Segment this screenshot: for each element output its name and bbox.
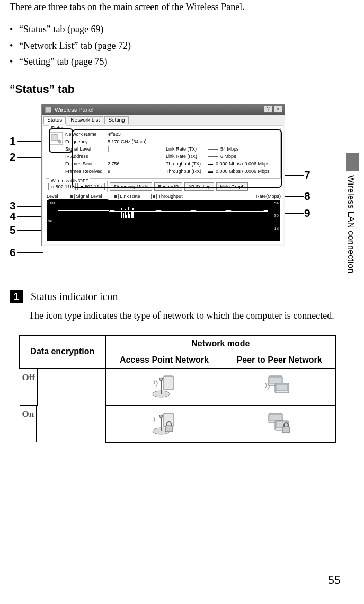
graph-xaxis: [58, 237, 268, 241]
callout-box-9: [230, 200, 265, 211]
network-mode-table: Data encryption Network mode Access Poin…: [19, 335, 336, 443]
step-1-block: 1 Status indicator icon The icon type in…: [10, 290, 336, 322]
callout-7-line: [285, 175, 304, 176]
icon-ap-on: [105, 405, 223, 442]
yright-36: 36: [274, 213, 279, 218]
checkbox-signal-level[interactable]: Signal Level: [69, 194, 102, 199]
rate-axis-label: Rate(Mbps): [256, 194, 281, 199]
callout-7: 7: [304, 169, 310, 181]
tab-setting[interactable]: Setting: [104, 116, 128, 124]
section-heading-status-tab: “Status” tab: [10, 83, 336, 95]
checkbox-link-rate[interactable]: Link Rate: [113, 194, 140, 199]
callout-box-8: [195, 200, 227, 211]
callout-6: 6: [10, 246, 16, 259]
callout-9: 9: [304, 207, 310, 220]
yright-18: 18: [274, 226, 279, 231]
icon-ap-off: [105, 368, 223, 405]
window-title: Wireless Panel: [55, 107, 93, 113]
svg-rect-20: [282, 427, 290, 433]
svg-rect-15: [165, 426, 173, 432]
intro-text: There are three tabs on the main screen …: [10, 0, 336, 14]
checkbox-throughput[interactable]: Throughput: [151, 194, 183, 199]
bullet-setting: “Setting” tab (page 75): [10, 54, 336, 70]
col-network-mode: Network mode: [105, 335, 335, 352]
yleft-50: 50: [48, 218, 52, 223]
bullet-status: “Status” tab (page 69): [10, 21, 336, 38]
col-data-encryption: Data encryption: [20, 335, 106, 368]
side-thumb-label: Wireless LAN connection: [346, 171, 356, 274]
svg-rect-3: [163, 376, 174, 390]
bullet-network-list: “Network List” tab (page 72): [10, 38, 336, 54]
tab-network-list[interactable]: Network List: [67, 116, 103, 124]
icon-p2p-on: [223, 405, 336, 442]
callout-1: 1: [10, 135, 16, 147]
help-button[interactable]: ?: [264, 106, 272, 113]
callout-8-line: [285, 196, 304, 197]
status-tab-figure: 1 2 3 4 5 6 7 8 9 Wireless Panel ? × Sta…: [10, 101, 327, 270]
side-thumb-mark: [346, 153, 359, 171]
step-1-title: Status indicator icon: [31, 290, 118, 303]
callout-6-line: [17, 252, 43, 253]
panel-tabs: Status Network List Setting: [42, 115, 285, 124]
step-1-text: The icon type indicates the type of netw…: [29, 309, 336, 322]
callout-2: 2: [10, 151, 16, 163]
row-on: On: [20, 405, 37, 442]
callout-1-line: [17, 141, 43, 142]
col-peer-to-peer: Peer to Peer Network: [223, 352, 336, 368]
callout-box-2-7: [72, 129, 282, 188]
svg-rect-10: [276, 384, 288, 391]
svg-rect-8: [270, 377, 281, 383]
row-off: Off: [20, 369, 38, 406]
callout-4: 4: [10, 210, 16, 223]
callout-3-line: [17, 206, 43, 207]
callout-box-4: [113, 200, 157, 211]
side-thumb-tab: Wireless LAN connection: [346, 153, 359, 294]
callout-9-line: [285, 213, 304, 214]
tab-status[interactable]: Status: [43, 116, 66, 124]
yright-54: 54: [274, 200, 279, 205]
titlebar[interactable]: Wireless Panel ? ×: [42, 104, 285, 115]
callout-box-1: [49, 128, 73, 153]
tab-bullets: “Status” tab (page 69) “Network List” ta…: [10, 21, 336, 70]
svg-rect-17: [270, 414, 281, 421]
callout-8: 8: [304, 190, 310, 203]
svg-rect-11: [163, 413, 174, 427]
level-axis-label: Level: [47, 194, 58, 199]
close-button[interactable]: ×: [274, 106, 282, 113]
callout-5: 5: [10, 224, 16, 237]
callout-box-renew: [160, 200, 192, 211]
callout-2-line: [17, 157, 43, 158]
page-number: 55: [328, 573, 341, 587]
icon-p2p-off: [223, 368, 336, 405]
callout-5-line: [17, 230, 43, 231]
col-access-point: Access Point Network: [105, 352, 223, 368]
svg-point-14: [159, 415, 163, 418]
callout-box-3: [47, 199, 110, 212]
svg-point-6: [159, 378, 163, 381]
app-icon: [45, 107, 51, 113]
step-1-number: 1: [10, 290, 23, 303]
